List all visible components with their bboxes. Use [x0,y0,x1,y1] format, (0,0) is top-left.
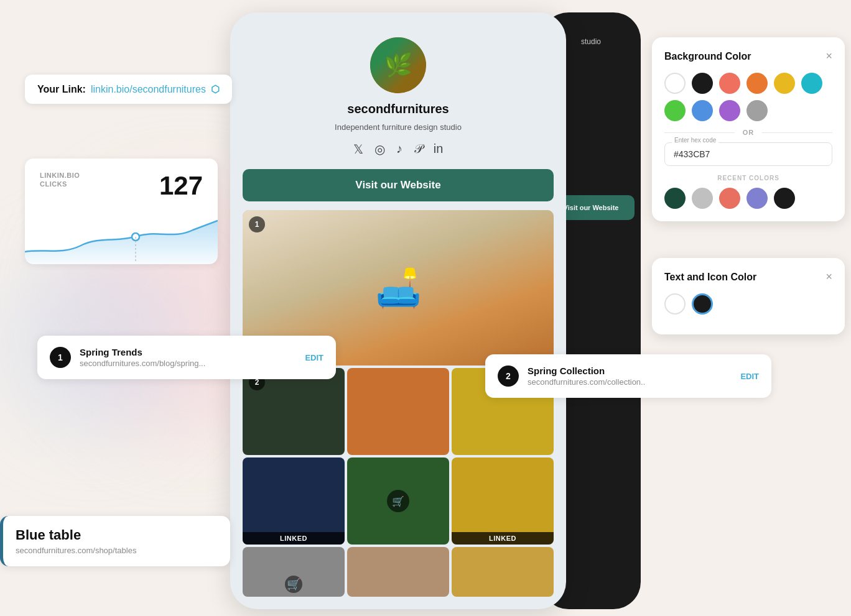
image-cell-sm-2 [347,547,449,597]
swatch-teal[interactable] [801,73,822,94]
avatar-plant-icon: 🌿 [370,37,426,93]
spring-collection-url: secondfurnitures.com/collection.. [528,377,740,387]
text-swatch-black[interactable] [692,293,713,315]
blue-table-url: secondfurnitures.com/shop/tables [16,546,218,555]
hex-input-wrap: Enter hex code [664,142,832,166]
dark-visit-btn: Visit our Website [564,204,619,211]
stats-chart [25,208,218,264]
swatch-purple[interactable] [719,100,740,121]
swatch-coral[interactable] [719,73,740,94]
bg-color-panel-title: Background Color [664,51,751,62]
spring-trends-card: 1 Spring Trends secondfurnitures.com/blo… [37,336,336,379]
spring-trends-edit-button[interactable]: EDIT [305,353,323,362]
hex-input[interactable] [664,142,832,166]
link-external-icon[interactable]: ⬡ [211,83,220,95]
profile-bio: Independent furniture design studio [335,122,462,132]
spring-collection-number: 2 [498,365,519,387]
text-color-panel-close-button[interactable]: × [825,270,832,283]
image-cell-gold: LINKED [452,457,554,545]
your-link-url[interactable]: linkin.bio/secondfurnitures [91,84,206,95]
recent-colors-label: RECENT COLORS [664,175,832,182]
image-cell-2 [347,368,449,455]
text-swatch-white[interactable] [664,293,686,315]
spring-trends-url: secondfurnitures.com/blog/spring... [80,359,305,368]
swatch-yellow[interactable] [774,73,795,94]
image-grid: 🛋️ 1 2 3 LINKED � [243,210,554,597]
blue-table-title: Blue table [16,527,218,543]
spring-collection-info: Spring Collection secondfurnitures.com/c… [528,365,740,387]
tiktok-icon[interactable]: ♪ [396,142,402,157]
grid-label-1: 1 [249,216,265,232]
image-cell-sm-1: 🛒 [243,547,345,597]
hex-input-label: Enter hex code [672,137,718,144]
bg-color-swatches [664,73,832,121]
recent-swatch-salmon[interactable] [719,188,740,209]
image-row-bottom: LINKED 🛒 LINKED [243,457,554,545]
text-icon-color-panel: Text and Icon Color × [652,258,845,334]
or-divider: OR [664,129,832,136]
text-color-swatches [664,293,832,315]
spring-collection-card: 2 Spring Collection secondfurnitures.com… [485,354,771,398]
swatch-orange[interactable] [746,73,768,94]
profile-avatar: 🌿 [370,37,426,93]
text-color-panel-header: Text and Icon Color × [664,270,832,283]
recent-swatch-near-black[interactable] [774,188,795,209]
spring-trends-info: Spring Trends secondfurnitures.com/blog/… [80,347,305,368]
pinterest-icon[interactable]: 𝒫 [414,142,422,157]
recent-swatch-lavender[interactable] [746,188,768,209]
profile-name: secondfurnitures [347,102,449,116]
linkedin-icon[interactable]: in [434,142,444,157]
your-link-label: Your Link: [37,84,86,95]
image-cell-green: 🛒 [347,457,449,545]
recent-swatches [664,188,832,209]
spring-trends-title: Spring Trends [80,347,305,357]
spring-collection-title: Spring Collection [528,365,740,376]
recent-swatch-silver[interactable] [692,188,713,209]
text-color-panel-title: Text and Icon Color [664,272,756,283]
linked-badge-1: LINKED [243,532,345,545]
swatch-blue[interactable] [692,100,713,121]
cart-icon-sm-1[interactable]: 🛒 [285,576,302,593]
blue-table-card: Blue table secondfurnitures.com/shop/tab… [0,516,230,566]
spring-trends-number: 1 [50,347,71,368]
visit-website-button[interactable]: Visit our Website [243,169,554,201]
image-cell-sm-3 [452,547,554,597]
phone-mockup: 🌿 secondfurnitures Independent furniture… [230,12,566,609]
image-row-small: 🛒 [243,547,554,597]
twitter-icon[interactable]: 𝕏 [353,142,363,157]
social-icons-row: 𝕏 ◎ ♪ 𝒫 in [353,142,444,157]
bg-color-panel-close-button[interactable]: × [825,50,832,63]
image-cell-blue: LINKED [243,457,345,545]
linked-badge-2: LINKED [452,532,554,545]
your-link-bar: Your Link: linkin.bio/secondfurnitures ⬡ [25,75,232,104]
instagram-icon[interactable]: ◎ [374,142,385,157]
background-color-panel: Background Color × OR Enter hex code REC… [652,37,845,221]
swatch-gray[interactable] [746,100,768,121]
recent-swatch-dark-green[interactable] [664,188,686,209]
bg-color-panel-header: Background Color × [664,50,832,63]
cart-icon-1[interactable]: 🛒 [387,490,409,512]
swatch-black[interactable] [692,73,713,94]
stats-card: LINKIN.BIO CLICKS 127 [25,159,218,264]
image-cell-1: 2 [243,368,345,455]
swatch-white[interactable] [664,73,686,94]
spring-collection-edit-button[interactable]: EDIT [740,372,759,381]
swatch-green[interactable] [664,100,686,121]
stats-number: 127 [159,171,203,201]
